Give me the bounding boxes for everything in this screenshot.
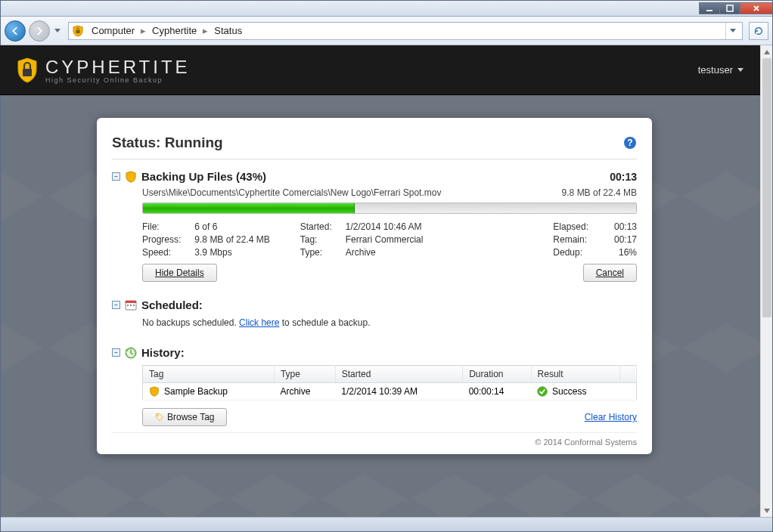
col-started[interactable]: Started xyxy=(335,366,462,383)
scheduled-heading: Scheduled: xyxy=(141,298,203,311)
collapse-toggle[interactable]: − xyxy=(112,348,120,357)
shield-icon xyxy=(72,25,84,37)
label-speed: Speed: xyxy=(142,247,181,258)
svg-rect-9 xyxy=(130,305,132,306)
backup-progress-text: 9.8 MB of 22.4 MB xyxy=(562,187,637,198)
value-speed: 3.9 Mbps xyxy=(194,247,269,258)
breadcrumb-root[interactable]: Computer xyxy=(87,25,139,36)
value-started: 1/2/2014 10:46 AM xyxy=(346,221,424,232)
clear-history-link[interactable]: Clear History xyxy=(585,412,637,422)
user-name: testuser xyxy=(698,64,733,76)
value-type: Archive xyxy=(346,247,424,258)
address-dropdown[interactable] xyxy=(725,23,739,39)
history-table: Tag Type Started Duration Result Sample … xyxy=(142,365,637,401)
label-dedup: Dedup: xyxy=(553,247,588,258)
browse-tag-button[interactable]: Browse Tag xyxy=(142,408,227,426)
svg-point-13 xyxy=(157,415,159,416)
window-bottom-border xyxy=(0,517,773,532)
collapse-toggle[interactable]: − xyxy=(112,172,120,181)
label-file: File: xyxy=(142,221,181,232)
value-remain: 00:17 xyxy=(602,234,637,245)
value-dedup: 16% xyxy=(602,247,637,258)
calendar-icon xyxy=(125,299,137,311)
value-elapsed: 00:13 xyxy=(602,221,637,232)
hide-details-button[interactable]: Hide Details xyxy=(142,264,217,282)
svg-rect-0 xyxy=(706,10,712,11)
logo-shield-icon xyxy=(17,57,38,83)
chevron-down-icon xyxy=(737,68,744,73)
history-icon xyxy=(125,347,137,359)
svg-rect-8 xyxy=(127,305,129,306)
label-progress: Progress: xyxy=(142,234,181,245)
copyright-footer: © 2014 Conformal Systems xyxy=(112,432,637,447)
svg-point-12 xyxy=(538,387,547,396)
col-tag[interactable]: Tag xyxy=(143,366,275,383)
history-section-header: − History: xyxy=(112,346,637,359)
svg-rect-7 xyxy=(126,301,136,303)
window-titlebar xyxy=(0,0,773,17)
label-elapsed: Elapsed: xyxy=(553,221,588,232)
success-icon xyxy=(537,386,548,397)
svg-rect-3 xyxy=(23,69,32,76)
history-heading: History: xyxy=(141,346,185,359)
backup-section-header: − Backing Up Files (43%) 00:13 xyxy=(112,170,637,183)
status-card: Status: Running ? − Backing Up Files (43… xyxy=(97,118,652,454)
address-bar[interactable]: Computer ▸ Cyphertite ▸ Status xyxy=(68,22,743,40)
help-icon[interactable]: ? xyxy=(623,136,637,150)
shield-icon xyxy=(125,171,137,183)
svg-rect-1 xyxy=(727,5,733,11)
brand-header: CYPHERTITE High Security Online Backup t… xyxy=(0,45,760,95)
svg-rect-10 xyxy=(133,305,135,306)
chevron-right-icon: ▸ xyxy=(201,25,210,36)
value-progress: 9.8 MB of 22.4 MB xyxy=(194,234,269,245)
breadcrumb-page[interactable]: Status xyxy=(210,25,247,36)
title-state: Running xyxy=(165,135,223,151)
collapse-toggle[interactable]: − xyxy=(112,301,120,309)
row-type: Archive xyxy=(274,383,335,401)
close-button[interactable] xyxy=(740,2,773,14)
row-result: Success xyxy=(552,386,586,397)
col-result[interactable]: Result xyxy=(531,366,619,383)
breadcrumb-app[interactable]: Cyphertite xyxy=(147,25,201,36)
scroll-thumb[interactable] xyxy=(762,58,771,317)
label-started: Started: xyxy=(300,221,332,232)
refresh-button[interactable] xyxy=(749,22,768,40)
maximize-button[interactable] xyxy=(719,2,740,14)
row-tag: Sample Backup xyxy=(164,386,228,397)
browse-tag-label: Browse Tag xyxy=(167,412,214,422)
scheduled-body: No backups scheduled. Click here to sche… xyxy=(142,317,637,328)
shield-icon xyxy=(149,386,160,397)
backup-heading: Backing Up Files (43%) xyxy=(141,170,266,183)
minimize-button[interactable] xyxy=(699,2,720,14)
vertical-scrollbar[interactable] xyxy=(760,45,773,517)
chevron-right-icon: ▸ xyxy=(139,25,147,36)
scheduled-text-post: to schedule a backup. xyxy=(279,317,370,328)
row-duration: 00:00:14 xyxy=(463,383,531,401)
title-prefix: Status: xyxy=(112,135,160,151)
back-button[interactable] xyxy=(5,20,26,42)
col-spacer xyxy=(620,366,637,383)
brand-name: CYPHERTITE xyxy=(45,57,191,78)
svg-rect-2 xyxy=(76,30,80,33)
forward-button[interactable] xyxy=(29,20,50,42)
tag-icon xyxy=(155,413,164,422)
backup-timer: 00:13 xyxy=(610,171,637,183)
nav-history-dropdown[interactable] xyxy=(53,23,62,39)
label-remain: Remain: xyxy=(553,234,588,245)
scheduled-text-pre: No backups scheduled. xyxy=(142,317,239,328)
row-started: 1/2/2014 10:39 AM xyxy=(335,383,462,401)
backup-details: File:6 of 6 Progress:9.8 MB of 22.4 MB S… xyxy=(142,221,637,258)
col-duration[interactable]: Duration xyxy=(463,366,531,383)
schedule-backup-link[interactable]: Click here xyxy=(239,317,279,328)
scheduled-section-header: − Scheduled: xyxy=(112,298,637,311)
cancel-button[interactable]: Cancel xyxy=(583,264,637,282)
nav-toolbar: Computer ▸ Cyphertite ▸ Status xyxy=(0,17,773,45)
col-type[interactable]: Type xyxy=(274,366,335,383)
progress-bar xyxy=(142,203,637,214)
user-menu[interactable]: testuser xyxy=(698,64,744,76)
scroll-down-arrow[interactable] xyxy=(761,504,773,517)
scroll-up-arrow[interactable] xyxy=(761,45,773,58)
progress-fill xyxy=(143,203,355,213)
divider xyxy=(112,159,637,159)
table-row[interactable]: Sample Backup Archive 1/2/2014 10:39 AM … xyxy=(143,383,637,401)
